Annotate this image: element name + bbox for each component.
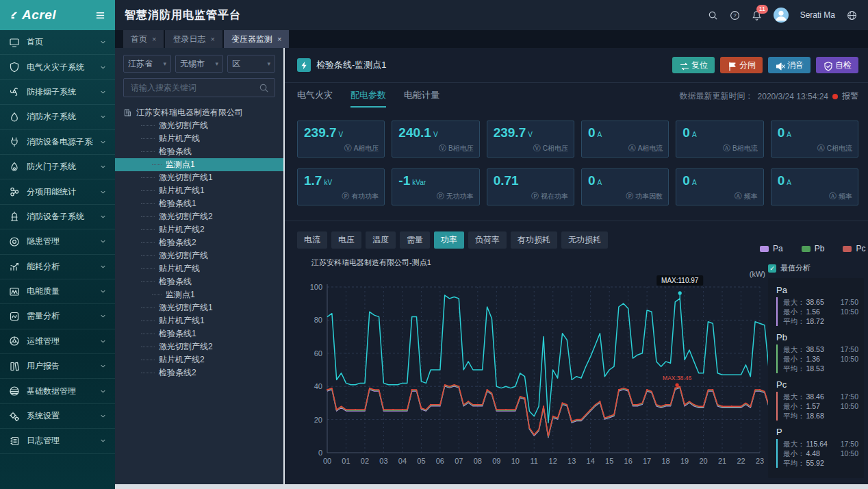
legend-item-Pa[interactable]: Pa xyxy=(760,244,783,253)
close-tab-icon[interactable]: × xyxy=(277,35,281,43)
close-tab-icon[interactable]: × xyxy=(152,35,156,43)
tree-node-17[interactable]: 检验条线1 xyxy=(123,327,275,340)
tree-node-12[interactable]: 贴片机产线 xyxy=(123,262,275,275)
sidebar-item-10[interactable]: 能耗分析 xyxy=(0,255,115,279)
tree-search[interactable] xyxy=(123,78,275,97)
tree-node-1[interactable]: 激光切割产线 xyxy=(123,119,275,132)
app-window: Acrel 首页 电气火灾子系统 防排烟子系统 消防水子系统 消防设备电源子系统… xyxy=(0,0,868,489)
detail-tab-2[interactable]: 配电参数 xyxy=(350,89,386,108)
tree-node-10[interactable]: 检验条线2 xyxy=(123,236,275,249)
detail-tab-1[interactable]: 电气火灾 xyxy=(297,89,333,108)
username[interactable]: Serati Ma xyxy=(800,10,835,20)
close-tab-icon[interactable]: × xyxy=(210,35,214,43)
tree-node-19[interactable]: 贴片机产线2 xyxy=(123,353,275,366)
svg-text:05: 05 xyxy=(417,457,425,465)
device-button-3[interactable]: 消音 xyxy=(768,57,810,73)
horizontal-scrollbar[interactable] xyxy=(115,484,868,489)
sidebar-item-7[interactable]: 分项用能统计 xyxy=(0,179,115,204)
tree-search-icon[interactable] xyxy=(259,83,269,93)
tree-node-4[interactable]: 监测点1 xyxy=(115,158,283,171)
legend-item-Pb[interactable]: Pb xyxy=(802,244,825,253)
metric-letter-icon: Ⓐ xyxy=(829,191,837,201)
measure-chip-6[interactable]: 负荷率 xyxy=(468,231,507,249)
device-button-2[interactable]: 分闸 xyxy=(720,57,763,73)
stat-group-Pc: Pc最大：38.4617:50最小：1.5710:50平均：18.68 xyxy=(776,379,858,421)
brand-logo: Acrel xyxy=(10,8,56,23)
sidebar-item-label: 隐患管理 xyxy=(27,236,93,247)
region-select-3[interactable]: 区▾ xyxy=(227,55,275,73)
device-button-4[interactable]: 自检 xyxy=(816,57,858,73)
tree-node-16[interactable]: 贴片机产线1 xyxy=(123,314,275,327)
chevron-down-icon xyxy=(100,264,106,270)
tree-node-8[interactable]: 激光切割产线2 xyxy=(123,210,275,223)
hydrant-icon xyxy=(9,211,20,222)
language-globe-icon[interactable] xyxy=(847,10,857,21)
sidebar-item-17[interactable]: 日志管理 xyxy=(0,429,115,453)
svg-text:02: 02 xyxy=(361,457,369,465)
tree-search-input[interactable] xyxy=(129,82,259,93)
device-button-1[interactable]: 复位 xyxy=(672,57,715,73)
sidebar-item-8[interactable]: 消防设备子系统 xyxy=(0,205,115,229)
device-bolt-icon xyxy=(297,58,311,72)
open-tab-2[interactable]: 登录日志× xyxy=(165,30,222,48)
alarm-label: 报警 xyxy=(842,90,858,102)
detail-tab-3[interactable]: 电能计量 xyxy=(404,89,439,108)
measure-chip-7[interactable]: 有功损耗 xyxy=(511,231,557,249)
tree-node-18[interactable]: 激光切割产线2 xyxy=(123,340,275,353)
tree-node-14[interactable]: 监测点1 xyxy=(123,288,275,301)
avatar[interactable] xyxy=(774,8,789,23)
svg-text:(kW): (kW) xyxy=(750,270,765,278)
sidebar-item-label: 防排烟子系统 xyxy=(27,86,93,98)
tree-node-3[interactable]: 检验条线 xyxy=(123,145,275,158)
region-select-1[interactable]: 江苏省▾ xyxy=(123,55,171,73)
switch-off-icon xyxy=(727,61,736,70)
chevron-down-icon xyxy=(100,114,106,120)
sidebar-item-4[interactable]: 消防水子系统 xyxy=(0,105,115,129)
help-icon[interactable]: ? xyxy=(730,10,740,21)
tree-node-6[interactable]: 贴片机产线1 xyxy=(123,184,275,197)
open-tab-3[interactable]: 变压器监测× xyxy=(224,30,289,48)
tree-node-label: 贴片机产线2 xyxy=(159,224,205,236)
measure-chip-1[interactable]: 电流 xyxy=(297,231,327,249)
notifications[interactable]: 11 xyxy=(752,10,762,21)
sidebar-item-14[interactable]: 用户报告 xyxy=(0,354,115,379)
metric-unit: kVar xyxy=(412,179,426,186)
sidebar-logo-bar: Acrel xyxy=(0,0,115,30)
tree-node-11[interactable]: 激光切割产线 xyxy=(123,249,275,262)
tree-node-2[interactable]: 贴片机产线 xyxy=(123,132,275,145)
sidebar-item-9[interactable]: 隐患管理 xyxy=(0,229,115,254)
sidebar-item-1[interactable]: 首页 xyxy=(0,30,115,55)
metric-letter-icon: Ⓟ xyxy=(531,191,539,201)
tree-node-13[interactable]: 检验条线 xyxy=(123,275,275,288)
sidebar-item-6[interactable]: 防火门子系统 xyxy=(0,155,115,179)
sidebar-item-2[interactable]: 电气火灾子系统 xyxy=(0,55,115,79)
tree-node-7[interactable]: 检验条线1 xyxy=(123,197,275,210)
hamburger-menu-icon[interactable] xyxy=(95,10,105,21)
sidebar-item-11[interactable]: 电能质量 xyxy=(0,279,115,304)
sidebar-item-label: 防火门子系统 xyxy=(27,161,93,173)
measure-chip-4[interactable]: 需量 xyxy=(400,231,430,249)
tree-node-20[interactable]: 检验条线2 xyxy=(123,366,275,379)
tree-node-label: 激光切割产线2 xyxy=(159,211,213,223)
chevron-down-icon xyxy=(100,313,106,319)
sidebar-item-16[interactable]: 系统设置 xyxy=(0,404,115,429)
measure-chip-3[interactable]: 温度 xyxy=(366,231,396,249)
open-tab-1[interactable]: 首页× xyxy=(123,30,164,48)
search-icon[interactable] xyxy=(708,10,718,21)
max-analysis-checkbox[interactable]: ✓ 最值分析 xyxy=(768,263,810,273)
legend-item-Pc[interactable]: Pc xyxy=(843,244,865,253)
chevron-down-icon xyxy=(100,438,106,444)
sidebar-item-5[interactable]: 消防设备电源子系统 xyxy=(0,130,115,155)
tree-node-9[interactable]: 贴片机产线2 xyxy=(123,223,275,236)
measure-chip-5[interactable]: 功率 xyxy=(434,231,464,249)
tree-root-node[interactable]: 江苏安科瑞电器制造有限公司 xyxy=(123,105,275,119)
tree-node-5[interactable]: 激光切割产线1 xyxy=(123,171,275,184)
measure-chip-8[interactable]: 无功损耗 xyxy=(561,231,608,249)
sidebar-item-13[interactable]: 运维管理 xyxy=(0,329,115,354)
sidebar-item-15[interactable]: 基础数据管理 xyxy=(0,379,115,403)
sidebar-item-12[interactable]: 需量分析 xyxy=(0,304,115,329)
tree-node-15[interactable]: 激光切割产线1 xyxy=(123,301,275,314)
region-select-2[interactable]: 无锡市▾ xyxy=(175,55,223,73)
sidebar-item-3[interactable]: 防排烟子系统 xyxy=(0,80,115,105)
measure-chip-2[interactable]: 电压 xyxy=(331,231,361,249)
